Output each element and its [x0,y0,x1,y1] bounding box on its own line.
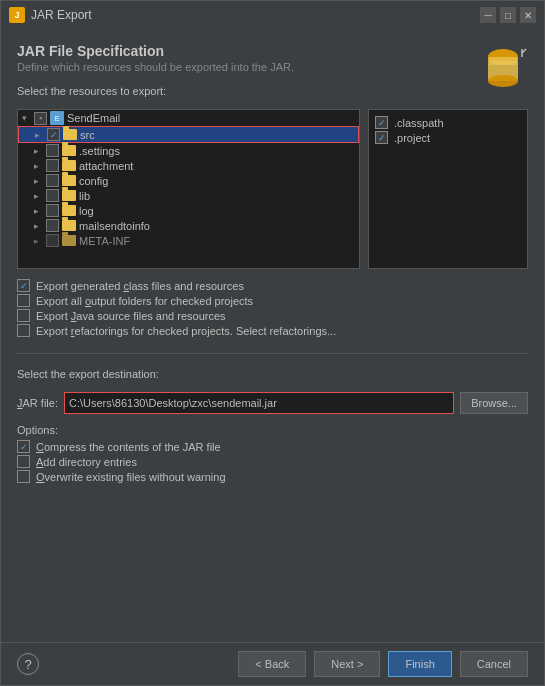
jar-file-input[interactable] [64,392,454,414]
tree-item-src[interactable]: ▸ ✓ src [18,126,359,143]
tree-item-attachment[interactable]: ▸ attachment [18,158,359,173]
label-settings: .settings [79,145,120,157]
help-button[interactable]: ? [17,653,39,675]
label-lib: lib [79,190,90,202]
label-src: src [80,129,95,141]
checkbox-mailsendtoinfo[interactable] [46,219,59,232]
window-title: JAR Export [31,8,480,22]
folder-icon-config [62,175,76,186]
folder-icon-log [62,205,76,216]
tree-item-metainf[interactable]: ▸ META-INF [18,233,359,248]
folder-icon-lib [62,190,76,201]
jar-export-window: J JAR Export ─ □ ✕ JAR File Specificatio… [0,0,545,686]
checkbox-dir[interactable] [17,455,30,468]
maximize-button[interactable]: □ [500,7,516,23]
checkbox-export-class[interactable]: ✓ [17,279,30,292]
checkbox-sendemail[interactable]: ▪ [34,112,47,125]
jar-file-label: JAR file: [17,397,58,409]
export-option-1[interactable]: ✓ Export generated class files and resou… [17,279,528,292]
checkbox-classpath[interactable]: ✓ [375,116,388,129]
next-button[interactable]: Next > [314,651,380,677]
bottom-bar: ? < Back Next > Finish Cancel [1,642,544,685]
option-dir[interactable]: Add directory entries [17,455,528,468]
arrow-mailsendtoinfo: ▸ [34,221,46,231]
option-overwrite[interactable]: Overwrite existing files without warning [17,470,528,483]
close-button[interactable]: ✕ [520,7,536,23]
tree-right-project[interactable]: ✓ .project [375,131,521,144]
finish-button[interactable]: Finish [388,651,451,677]
label-sendemail: SendEmail [67,112,120,124]
tree-item-settings[interactable]: ▸ .settings [18,143,359,158]
label-export-refactor: Export refactorings for checked projects… [36,325,336,337]
label-project: .project [394,132,430,144]
checkbox-attachment[interactable] [46,159,59,172]
checkbox-log[interactable] [46,204,59,217]
arrow-src: ▸ [35,130,47,140]
checkbox-config[interactable] [46,174,59,187]
folder-icon-mailsendtoinfo [62,220,76,231]
header: JAR File Specification Define which reso… [17,43,528,77]
tree-item-lib[interactable]: ▸ lib [18,188,359,203]
title-controls: ─ □ ✕ [480,7,536,23]
checkbox-lib[interactable] [46,189,59,202]
options-label: Options: [17,424,528,436]
tree-panel: ▾ ▪ E SendEmail ▸ ✓ src ▸ .settin [17,109,528,269]
label-export-java: Export Java source files and resources [36,310,226,322]
arrow-lib: ▸ [34,191,46,201]
export-option-3[interactable]: Export Java source files and resources [17,309,528,322]
label-metainf: META-INF [79,235,130,247]
checkbox-export-java[interactable] [17,309,30,322]
label-export-class: Export generated class files and resourc… [36,280,244,292]
arrow-settings: ▸ [34,146,46,156]
label-overwrite: Overwrite existing files without warning [36,471,226,483]
export-options: ✓ Export generated class files and resou… [17,277,528,339]
label-mailsendtoinfo: mailsendtoinfo [79,220,150,232]
folder-icon-attachment [62,160,76,171]
tree-item-mailsendtoinfo[interactable]: ▸ mailsendtoinfo [18,218,359,233]
browse-button[interactable]: Browse... [460,392,528,414]
tree-right-classpath[interactable]: ✓ .classpath [375,116,521,129]
jar-icon [478,43,528,93]
tree-item-sendemail[interactable]: ▾ ▪ E SendEmail [18,110,359,126]
arrow-sendemail: ▾ [22,113,34,123]
arrow-config: ▸ [34,176,46,186]
checkbox-metainf[interactable] [46,234,59,247]
main-content: JAR File Specification Define which reso… [1,29,544,642]
label-classpath: .classpath [394,117,444,129]
dest-row: JAR file: Browse... [17,392,528,414]
folder-icon-src [63,129,77,140]
label-config: config [79,175,108,187]
checkbox-export-output[interactable] [17,294,30,307]
cancel-button[interactable]: Cancel [460,651,528,677]
checkbox-src[interactable]: ✓ [47,128,60,141]
tree-label: Select the resources to export: [17,85,528,97]
checkbox-project[interactable]: ✓ [375,131,388,144]
checkbox-compress[interactable]: ✓ [17,440,30,453]
back-button[interactable]: < Back [238,651,306,677]
arrow-metainf: ▸ [34,236,46,246]
minimize-button[interactable]: ─ [480,7,496,23]
tree-item-log[interactable]: ▸ log [18,203,359,218]
window-icon: J [9,7,25,23]
option-compress[interactable]: ✓ Compress the contents of the JAR file [17,440,528,453]
dest-label: Select the export destination: [17,368,528,380]
file-tree-right[interactable]: ✓ .classpath ✓ .project [368,109,528,269]
checkbox-overwrite[interactable] [17,470,30,483]
select-refactorings-link[interactable]: Select refactorings... [236,325,336,337]
label-attachment: attachment [79,160,133,172]
tree-item-config[interactable]: ▸ config [18,173,359,188]
resource-tree[interactable]: ▾ ▪ E SendEmail ▸ ✓ src ▸ .settin [17,109,360,269]
label-export-output: Export all output folders for checked pr… [36,295,253,307]
arrow-log: ▸ [34,206,46,216]
divider-1 [17,353,528,354]
title-bar: J JAR Export ─ □ ✕ [1,1,544,29]
checkbox-settings[interactable] [46,144,59,157]
export-option-4[interactable]: Export refactorings for checked projects… [17,324,528,337]
label-log: log [79,205,94,217]
folder-icon-settings [62,145,76,156]
svg-rect-3 [489,61,517,65]
label-compress: Compress the contents of the JAR file [36,441,221,453]
svg-point-2 [488,75,518,87]
checkbox-export-refactor[interactable] [17,324,30,337]
export-option-2[interactable]: Export all output folders for checked pr… [17,294,528,307]
